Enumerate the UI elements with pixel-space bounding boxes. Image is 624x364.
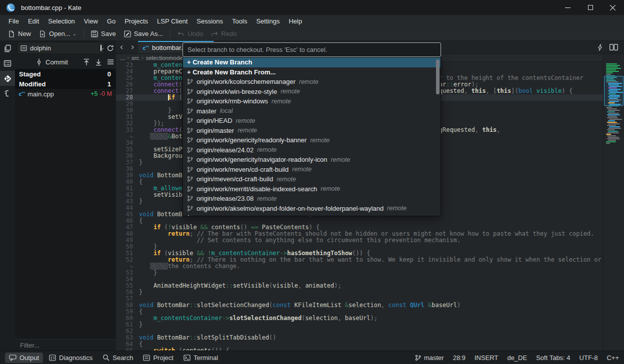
redo-button[interactable]: Redo	[207, 28, 240, 39]
branch-item[interactable]: origin/release/23.08remote	[183, 194, 440, 204]
git-panel: dolphin ⌄ Commit Staged 0	[15, 41, 116, 351]
menu-edit[interactable]: Edit	[24, 16, 44, 26]
forward-button[interactable]: ›	[127, 41, 138, 53]
filter-input[interactable]: Filter...	[15, 339, 116, 351]
git-branch-icon	[187, 108, 193, 114]
maximize-button[interactable]	[579, 0, 602, 15]
statusbar-tool-terminal[interactable]: Terminal	[180, 353, 222, 363]
statusbar-soft-tabs-4[interactable]: Soft Tabs: 4	[536, 354, 570, 362]
statusbar-utf-8[interactable]: UTF-8	[580, 354, 598, 362]
statusbar-tool-search[interactable]: Search	[98, 353, 137, 363]
menu-file[interactable]: File	[4, 16, 24, 26]
branch-item[interactable]: origin/masterremote	[183, 126, 440, 136]
branch-item[interactable]: + Create New Branch	[183, 57, 440, 67]
branch-item[interactable]: origin/work/rmb-windowsremote	[183, 96, 440, 106]
file-diff-stats: +5 -0 M	[90, 90, 112, 97]
project-icon	[20, 45, 27, 51]
branch-item[interactable]: origin/work/genericity/navigator-readonl…	[183, 155, 440, 165]
commit-button[interactable]: Commit	[36, 58, 68, 66]
save-as-button[interactable]: Save As...	[120, 28, 168, 39]
minimap-viewport[interactable]	[604, 76, 624, 106]
minimize-button[interactable]	[556, 0, 579, 15]
git-branch-icon	[187, 127, 193, 134]
menu-projects[interactable]: Projects	[120, 16, 152, 26]
open-dropdown-caret[interactable]: ⌄	[72, 31, 76, 36]
branch-search-input[interactable]: Select branch to checkout. Press 'Esc' t…	[182, 42, 441, 57]
breadcrumb-item[interactable]: selectionmode	[146, 55, 183, 61]
git-branch-icon	[187, 78, 193, 85]
menu-selection[interactable]: Selection	[44, 16, 79, 26]
project-selector[interactable]: dolphin ⌄	[17, 42, 104, 54]
back-button[interactable]: ‹	[116, 41, 127, 53]
filesystem-tool-button[interactable]	[0, 56, 15, 71]
branch-item[interactable]: origin/work/akselmo/expand-folder-on-hov…	[183, 204, 440, 214]
statusbar-insert[interactable]: INSERT	[474, 354, 498, 362]
refresh-button[interactable]	[106, 44, 114, 52]
code-line-61[interactable]: 61}	[116, 322, 603, 328]
code-line-60[interactable]: 60 m_contentsContainer->slotSelectionCha…	[116, 315, 603, 322]
minimap-scrollbar[interactable]	[603, 54, 624, 351]
documents-tool-button[interactable]	[0, 41, 15, 56]
branch-item[interactable]: origin/work/merritt/disable-indexed-sear…	[183, 184, 440, 194]
staged-category-row[interactable]: Staged 0	[15, 69, 116, 79]
code-line-56[interactable]: 56}	[116, 289, 603, 296]
branch-item[interactable]: origin/work/genericity/readonly-bannerre…	[183, 135, 440, 145]
branch-list: + Create New Branch+ Create New Branch F…	[182, 57, 441, 216]
branch-item[interactable]: origin/meven/cd-craft-buildremote	[183, 174, 440, 184]
modified-file-row[interactable]: c++ main.cpp +5 -0 M	[15, 89, 116, 99]
code-line-53[interactable]: 53 }	[116, 270, 603, 276]
menu-sessions[interactable]: Sessions	[192, 16, 228, 26]
code-line-55[interactable]: 55 AnimatedHeightWidget::setVisible(visi…	[116, 283, 603, 289]
menu-go[interactable]: Go	[102, 16, 120, 26]
menu-settings[interactable]: Settings	[252, 16, 284, 26]
statusbar-c-[interactable]: C++	[606, 354, 619, 362]
save-as-label: Save As...	[134, 30, 164, 37]
statusbar-de-de[interactable]: de_DE	[507, 354, 527, 362]
branch-list-scrollbar[interactable]	[436, 59, 440, 94]
git-branch-icon	[187, 147, 193, 153]
branch-item[interactable]: masterlocal	[183, 106, 440, 116]
new-button[interactable]: New	[4, 28, 35, 39]
pull-icon[interactable]	[95, 58, 102, 66]
statusbar-tool-output[interactable]: Output	[5, 353, 43, 363]
statusbar-master[interactable]: master	[415, 354, 444, 362]
undo-button[interactable]: Undo	[174, 28, 207, 39]
code-line-63[interactable]: 63void BottomBar::slotSplitTabDisabled()	[116, 335, 603, 341]
chevron-down-icon: ⌄	[100, 45, 102, 51]
code-line-58[interactable]: 58void BottomBar::slotSelectionChanged(c…	[116, 302, 603, 309]
statusbar-28-9[interactable]: 28:9	[453, 354, 466, 362]
split-view-icon[interactable]	[610, 44, 618, 50]
modified-category-row[interactable]: Modified 1	[15, 79, 116, 89]
menu-lsp-client[interactable]: LSP Client	[152, 16, 192, 26]
line-number: 52	[116, 257, 139, 263]
svg-text:++: ++	[146, 44, 149, 48]
branch-item[interactable]: + Create New Branch From...	[183, 67, 440, 77]
quick-open-bolt-icon[interactable]	[598, 44, 602, 51]
branch-item[interactable]: origin/work/win-breeze-styleremote	[183, 87, 440, 97]
menu-tools[interactable]: Tools	[228, 16, 252, 26]
menu-view[interactable]: View	[80, 16, 102, 26]
menu-icon[interactable]	[107, 59, 114, 65]
statusbar-tool-project[interactable]: Project	[139, 353, 177, 363]
staged-count: 0	[108, 70, 111, 78]
branch-item[interactable]: origin/HEADremote	[183, 116, 440, 126]
push-icon[interactable]	[83, 58, 90, 66]
filter-placeholder: Filter...	[20, 342, 40, 349]
branch-item[interactable]: origin/release/24.02remote	[183, 145, 440, 155]
close-button[interactable]	[602, 0, 624, 15]
titlebar: bottombar.cpp - Kate	[0, 0, 624, 15]
git-tool-button[interactable]	[0, 71, 15, 86]
branch-item[interactable]: origin/work/kcolorschememanagerremote	[183, 77, 440, 87]
save-button[interactable]: Save	[87, 28, 120, 39]
breadcrumb-item[interactable]: src	[132, 55, 139, 61]
code-wrap-line[interactable]: ↪ the contents change.	[116, 263, 603, 270]
branch-item[interactable]: origin/work/…remote	[183, 213, 440, 216]
statusbar-tool-diagnostics[interactable]: Diagnostics	[45, 353, 96, 363]
code-line-49[interactable]: 49 // Set contents to anything else to c…	[116, 237, 603, 244]
branch-item[interactable]: origin/work/meven/cd-craft-buildremote	[183, 165, 440, 175]
symbols-tool-button[interactable]	[0, 86, 15, 101]
breadcrumb-item[interactable]: ...	[120, 55, 125, 61]
open-button[interactable]: Open... ⌄	[35, 28, 80, 39]
file-name: main.cpp	[28, 90, 54, 98]
menu-help[interactable]: Help	[284, 16, 306, 26]
